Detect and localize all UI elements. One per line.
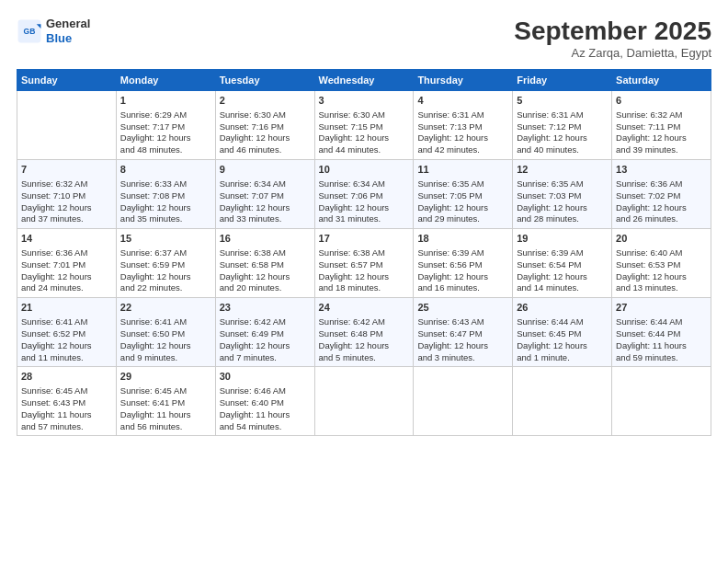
day-info: Daylight: 12 hours (319, 340, 410, 352)
calendar-week-row: 28Sunrise: 6:45 AMSunset: 6:43 PMDayligh… (17, 367, 711, 436)
calendar-cell: 26Sunrise: 6:44 AMSunset: 6:45 PMDayligh… (513, 298, 612, 367)
day-info: Sunrise: 6:32 AM (21, 178, 112, 190)
calendar-cell: 14Sunrise: 6:36 AMSunset: 7:01 PMDayligh… (17, 229, 117, 298)
calendar-week-row: 14Sunrise: 6:36 AMSunset: 7:01 PMDayligh… (17, 229, 711, 298)
calendar-cell: 10Sunrise: 6:34 AMSunset: 7:06 PMDayligh… (314, 160, 414, 229)
weekday-header: Saturday (612, 70, 711, 91)
calendar-cell: 24Sunrise: 6:42 AMSunset: 6:48 PMDayligh… (314, 298, 414, 367)
day-info: Sunrise: 6:38 AM (319, 247, 410, 259)
day-info: Sunset: 7:02 PM (616, 190, 707, 202)
calendar-cell: 22Sunrise: 6:41 AMSunset: 6:50 PMDayligh… (116, 298, 215, 367)
weekday-header: Friday (513, 70, 612, 91)
day-info: and 59 minutes. (616, 352, 707, 364)
day-info: and 18 minutes. (319, 282, 410, 294)
day-info: Sunrise: 6:30 AM (220, 109, 311, 121)
day-info: and 14 minutes. (517, 282, 608, 294)
calendar-cell: 29Sunrise: 6:45 AMSunset: 6:41 PMDayligh… (116, 367, 215, 436)
calendar-cell: 6Sunrise: 6:32 AMSunset: 7:11 PMDaylight… (612, 91, 711, 160)
day-info: Daylight: 12 hours (21, 271, 112, 283)
day-info: Sunrise: 6:36 AM (616, 178, 707, 190)
day-info: Daylight: 12 hours (319, 132, 410, 144)
day-info: and 24 minutes. (21, 282, 112, 294)
day-info: Sunset: 6:48 PM (319, 328, 410, 340)
day-number: 20 (616, 232, 707, 246)
day-info: Sunset: 6:52 PM (21, 328, 112, 340)
day-info: Sunset: 7:11 PM (616, 121, 707, 133)
day-info: and 54 minutes. (220, 421, 311, 433)
calendar-cell (612, 367, 711, 436)
calendar-cell: 8Sunrise: 6:33 AMSunset: 7:08 PMDaylight… (116, 160, 215, 229)
calendar-cell: 13Sunrise: 6:36 AMSunset: 7:02 PMDayligh… (612, 160, 711, 229)
weekday-header: Tuesday (215, 70, 314, 91)
day-info: Sunrise: 6:41 AM (21, 316, 112, 328)
day-info: Sunset: 7:07 PM (220, 190, 311, 202)
day-number: 15 (120, 232, 211, 246)
calendar-cell: 23Sunrise: 6:42 AMSunset: 6:49 PMDayligh… (215, 298, 314, 367)
calendar-cell: 18Sunrise: 6:39 AMSunset: 6:56 PMDayligh… (414, 229, 513, 298)
day-info: Sunrise: 6:37 AM (120, 247, 211, 259)
day-number: 16 (220, 232, 311, 246)
weekday-header: Thursday (414, 70, 513, 91)
day-number: 18 (417, 232, 508, 246)
day-info: Daylight: 12 hours (517, 271, 608, 283)
day-info: Daylight: 12 hours (417, 132, 508, 144)
day-info: Daylight: 11 hours (220, 409, 311, 421)
day-number: 26 (517, 301, 608, 315)
day-info: and 44 minutes. (319, 144, 410, 156)
logo-icon: GB (17, 18, 42, 44)
calendar-cell: 2Sunrise: 6:30 AMSunset: 7:16 PMDaylight… (215, 91, 314, 160)
calendar-cell: 16Sunrise: 6:38 AMSunset: 6:58 PMDayligh… (215, 229, 314, 298)
day-number: 7 (21, 163, 112, 177)
day-info: Sunrise: 6:29 AM (120, 109, 211, 121)
day-info: Daylight: 12 hours (319, 271, 410, 283)
day-info: Sunrise: 6:34 AM (319, 178, 410, 190)
day-info: and 35 minutes. (120, 213, 211, 225)
day-number: 2 (220, 94, 311, 108)
day-number: 3 (319, 94, 410, 108)
calendar-cell: 3Sunrise: 6:30 AMSunset: 7:15 PMDaylight… (314, 91, 414, 160)
calendar-cell: 7Sunrise: 6:32 AMSunset: 7:10 PMDaylight… (17, 160, 117, 229)
calendar-cell: 27Sunrise: 6:44 AMSunset: 6:44 PMDayligh… (612, 298, 711, 367)
calendar-cell (414, 367, 513, 436)
day-info: Sunrise: 6:38 AM (220, 247, 311, 259)
day-info: and 28 minutes. (517, 213, 608, 225)
day-info: Sunrise: 6:41 AM (120, 316, 211, 328)
day-number: 23 (220, 301, 311, 315)
day-info: and 37 minutes. (21, 213, 112, 225)
day-info: Sunset: 6:47 PM (417, 328, 508, 340)
day-info: and 11 minutes. (21, 352, 112, 364)
day-info: Daylight: 12 hours (120, 340, 211, 352)
day-number: 29 (120, 370, 211, 384)
day-info: and 39 minutes. (616, 144, 707, 156)
day-info: Daylight: 12 hours (417, 340, 508, 352)
day-info: Daylight: 11 hours (120, 409, 211, 421)
calendar-cell: 12Sunrise: 6:35 AMSunset: 7:03 PMDayligh… (513, 160, 612, 229)
day-number: 22 (120, 301, 211, 315)
day-info: Daylight: 12 hours (21, 202, 112, 214)
day-info: Sunset: 7:13 PM (417, 121, 508, 133)
calendar-cell: 19Sunrise: 6:39 AMSunset: 6:54 PMDayligh… (513, 229, 612, 298)
day-info: Sunset: 6:45 PM (517, 328, 608, 340)
day-info: Daylight: 12 hours (616, 271, 707, 283)
day-info: Daylight: 12 hours (220, 271, 311, 283)
day-number: 14 (21, 232, 112, 246)
day-info: and 22 minutes. (120, 282, 211, 294)
day-info: Daylight: 12 hours (120, 202, 211, 214)
weekday-header: Monday (116, 70, 215, 91)
day-info: and 48 minutes. (120, 144, 211, 156)
day-info: Sunrise: 6:39 AM (517, 247, 608, 259)
day-info: and 29 minutes. (417, 213, 508, 225)
day-info: Sunrise: 6:34 AM (220, 178, 311, 190)
calendar-body: 1Sunrise: 6:29 AMSunset: 7:17 PMDaylight… (17, 91, 711, 436)
day-info: Sunset: 6:59 PM (120, 259, 211, 271)
day-number: 17 (319, 232, 410, 246)
day-number: 21 (21, 301, 112, 315)
day-info: Daylight: 12 hours (616, 202, 707, 214)
day-info: and 57 minutes. (21, 421, 112, 433)
day-info: Sunset: 7:16 PM (220, 121, 311, 133)
calendar-cell: 11Sunrise: 6:35 AMSunset: 7:05 PMDayligh… (414, 160, 513, 229)
month-title: September 2025 (514, 17, 711, 46)
day-number: 5 (517, 94, 608, 108)
day-number: 12 (517, 163, 608, 177)
svg-text:GB: GB (24, 27, 36, 36)
